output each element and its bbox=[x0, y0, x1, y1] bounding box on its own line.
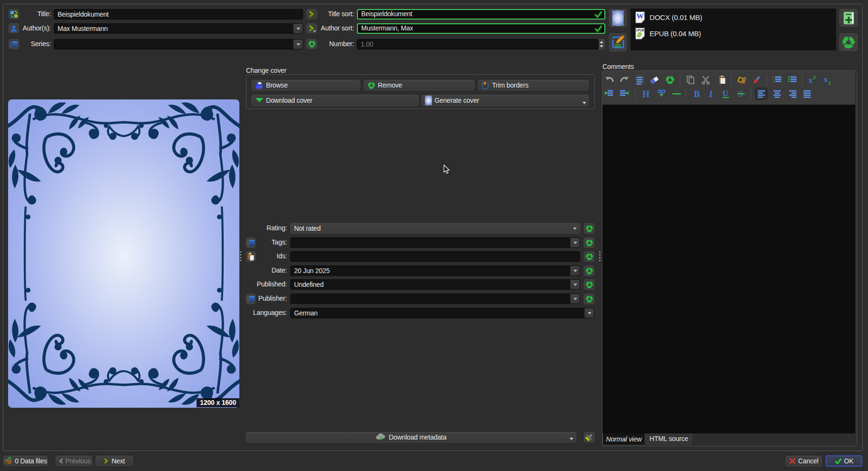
svg-text:ePUB: ePUB bbox=[636, 29, 644, 32]
svg-text:2: 2 bbox=[813, 75, 816, 80]
svg-text:U: U bbox=[722, 89, 728, 98]
svg-text:2: 2 bbox=[829, 80, 831, 85]
svg-text:H: H bbox=[642, 89, 650, 98]
svg-text:3: 3 bbox=[247, 300, 249, 303]
svg-text:3: 3 bbox=[247, 244, 249, 246]
svg-text:3: 3 bbox=[773, 80, 774, 83]
svg-text:x: x bbox=[824, 75, 828, 84]
svg-text:B: B bbox=[694, 89, 700, 98]
svg-text:I: I bbox=[709, 89, 713, 98]
svg-text:W: W bbox=[637, 12, 644, 20]
svg-text:x: x bbox=[809, 76, 813, 85]
